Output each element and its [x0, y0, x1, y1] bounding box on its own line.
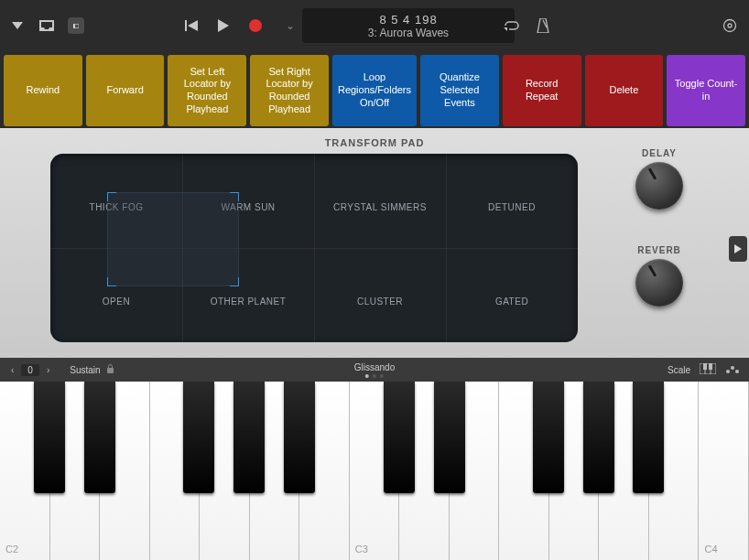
cmd-label: Forward [106, 84, 143, 97]
cmd-forward[interactable]: Forward [86, 55, 165, 126]
svg-point-19 [731, 366, 734, 370]
svg-rect-16 [703, 363, 707, 370]
transform-pad[interactable]: THICK FOG WARM SUN CRYSTAL SIMMERS DETUN… [50, 154, 578, 342]
black-key[interactable] [183, 382, 214, 493]
svg-rect-3 [185, 20, 187, 31]
record-button[interactable] [249, 19, 262, 32]
cmd-label: Set Left Locator by Rounded Playhead [173, 66, 241, 116]
svg-rect-13 [700, 363, 716, 374]
knob-label: REVERB [637, 245, 681, 255]
key-label: C3 [355, 544, 368, 555]
morph-selector[interactable] [107, 192, 239, 286]
octave-value[interactable]: 0 [21, 364, 39, 376]
delay-knob-group: DELAY [635, 148, 683, 210]
transport-controls [185, 19, 262, 32]
scale-label: Scale [668, 365, 690, 375]
cmd-set-right-locator[interactable]: Set Right Locator by Rounded Playhead [250, 55, 329, 126]
svg-rect-12 [107, 368, 114, 373]
settings-icon[interactable] [722, 17, 738, 34]
play-button[interactable] [218, 19, 229, 32]
cmd-label: Record Repeat [508, 78, 576, 103]
lcd-track: 3: Aurora Waves [368, 27, 449, 39]
svg-rect-2 [73, 24, 75, 28]
cmd-delete[interactable]: Delete [585, 55, 664, 126]
preset-label: OPEN [103, 296, 130, 306]
svg-marker-6 [504, 27, 507, 31]
svg-marker-11 [734, 244, 742, 253]
knob-label: DELAY [642, 148, 677, 158]
cmd-record-repeat[interactable]: Record Repeat [503, 55, 581, 126]
black-key[interactable] [233, 382, 265, 493]
piano-keyboard[interactable]: C2C3C4 [0, 382, 749, 560]
cmd-set-left-locator[interactable]: Set Left Locator by Rounded Playhead [168, 55, 246, 126]
keyboard-toolbar: ‹ 0 › Sustain Glissando Scale [0, 358, 749, 382]
panel-next-page-button[interactable] [729, 236, 747, 262]
svg-marker-5 [218, 19, 229, 32]
view-icon[interactable] [68, 17, 84, 34]
white-key[interactable]: C4 [699, 382, 749, 560]
black-key[interactable] [84, 382, 115, 493]
black-key[interactable] [284, 382, 315, 493]
metronome-icon[interactable] [535, 17, 551, 34]
reverb-knob[interactable] [635, 259, 683, 307]
go-to-start-button[interactable] [185, 19, 198, 32]
delay-knob[interactable] [635, 162, 683, 210]
lock-icon[interactable] [106, 364, 114, 375]
lcd-position: 8 5 4 198 [379, 13, 437, 27]
cmd-label: Toggle Count-in [672, 78, 740, 103]
svg-point-20 [735, 370, 739, 373]
svg-point-9 [724, 20, 736, 32]
preset-label: OTHER PLANET [211, 296, 287, 306]
octave-down-button[interactable]: ‹ [9, 365, 16, 375]
black-key[interactable] [533, 382, 564, 493]
lcd-expand-icon[interactable]: ⌄ [286, 19, 295, 32]
key-label: C4 [704, 544, 717, 555]
svg-marker-0 [12, 22, 23, 29]
svg-point-18 [726, 370, 730, 373]
cmd-loop-regions[interactable]: Loop Regions/Folders On/Off [332, 55, 417, 126]
cmd-label: Delete [609, 84, 638, 97]
preset-label: GATED [495, 296, 528, 306]
keyboard-mode-label[interactable]: Glissando [354, 362, 395, 378]
cmd-label: Set Right Locator by Rounded Playhead [255, 66, 323, 116]
reverb-knob-group: REVERB [635, 245, 683, 307]
black-key[interactable] [583, 382, 614, 493]
key-commands-strip: Rewind Forward Set Left Locator by Round… [0, 51, 749, 128]
instrument-panel: TRANSFORM PAD THICK FOG WARM SUN CRYSTAL… [0, 128, 749, 358]
menu-dropdown-icon[interactable] [9, 17, 26, 34]
black-key[interactable] [34, 382, 65, 493]
octave-up-button[interactable]: › [45, 365, 51, 375]
cycle-icon[interactable] [504, 17, 520, 34]
cmd-rewind[interactable]: Rewind [4, 55, 82, 126]
cmd-quantize[interactable]: Quantize Selected Events [420, 55, 499, 126]
svg-rect-17 [709, 363, 712, 370]
cmd-toggle-countin[interactable]: Toggle Count-in [667, 55, 745, 126]
preset-label: DETUNED [488, 201, 536, 211]
arpeggiator-icon[interactable] [725, 363, 740, 376]
preset-label: CLUSTER [357, 296, 403, 306]
mode-text: Glissando [354, 362, 395, 372]
inbox-icon[interactable] [38, 17, 55, 34]
black-key[interactable] [384, 382, 415, 493]
svg-point-10 [728, 24, 732, 27]
black-key[interactable] [633, 382, 664, 493]
keyboard-layout-icon[interactable] [700, 363, 716, 376]
key-label: C2 [5, 544, 18, 555]
preset-label: CRYSTAL SIMMERS [333, 201, 427, 211]
cmd-label: Loop Regions/Folders On/Off [338, 71, 411, 109]
transform-pad-title: TRANSFORM PAD [0, 137, 749, 148]
cmd-label: Rewind [27, 84, 60, 97]
black-key[interactable] [434, 382, 465, 493]
lcd-display[interactable]: 8 5 4 198 3: Aurora Waves [302, 8, 515, 43]
top-toolbar: ⌄ 8 5 4 198 3: Aurora Waves [0, 0, 749, 51]
cmd-label: Quantize Selected Events [426, 71, 494, 109]
sustain-label: Sustain [70, 365, 100, 375]
svg-marker-4 [188, 20, 198, 31]
